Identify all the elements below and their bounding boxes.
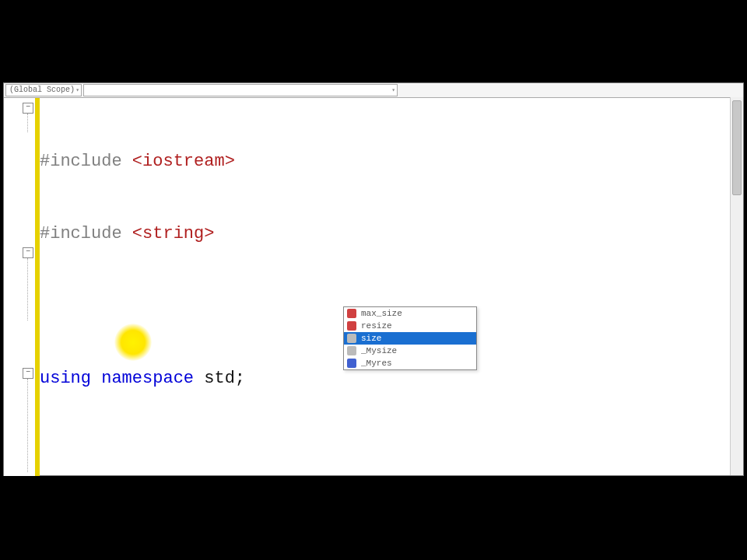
include-target: <iostream>	[132, 149, 235, 173]
code-area[interactable]: #include <iostream> #include <string> us…	[40, 101, 743, 476]
intellisense-item[interactable]: _Myres	[344, 357, 476, 369]
vertical-scrollbar[interactable]	[730, 97, 743, 475]
intellisense-label: _Mysize	[361, 345, 397, 357]
text: std;	[194, 366, 245, 390]
scope-label: (Global Scope)	[9, 86, 75, 94]
preproc: #include	[40, 149, 122, 173]
include-target: <string>	[132, 222, 215, 246]
intellisense-label: max_size	[361, 307, 402, 320]
fold-line	[27, 114, 28, 132]
preproc: #include	[40, 222, 122, 246]
intellisense-label: resize	[361, 320, 392, 332]
intellisense-popup[interactable]: max_size resize size _Mysize _Myres	[343, 306, 477, 370]
method-icon	[347, 309, 356, 318]
fold-toggle[interactable]: −	[23, 103, 33, 114]
fold-toggle[interactable]: −	[23, 247, 33, 258]
method-icon	[347, 321, 356, 331]
intellisense-item[interactable]: _Mysize	[344, 345, 476, 357]
fold-line	[27, 258, 28, 320]
field-icon	[347, 359, 356, 368]
editor-window: (Global Scope) − − − #include <iostream>…	[3, 82, 744, 476]
intellisense-item[interactable]: max_size	[344, 307, 476, 320]
intellisense-label: _Myres	[361, 357, 392, 369]
code-line[interactable]	[40, 439, 743, 463]
code-editor[interactable]: − − − #include <iostream> #include <stri…	[4, 98, 743, 476]
scope-dropdown[interactable]: (Global Scope)	[5, 84, 82, 96]
keyword: namespace	[101, 366, 194, 390]
member-dropdown[interactable]	[83, 84, 398, 96]
intellisense-item-selected[interactable]: size	[344, 332, 476, 345]
method-icon	[347, 334, 356, 343]
code-line[interactable]: #include <iostream>	[40, 149, 743, 173]
gutter	[4, 98, 35, 476]
fold-line	[27, 379, 28, 472]
field-icon	[347, 346, 356, 355]
scrollbar-thumb[interactable]	[732, 100, 742, 195]
intellisense-label: size	[361, 332, 381, 345]
intellisense-item[interactable]: resize	[344, 320, 476, 332]
keyword: using	[40, 366, 91, 390]
scope-bar: (Global Scope)	[4, 83, 743, 98]
code-line[interactable]: #include <string>	[40, 222, 743, 246]
fold-toggle[interactable]: −	[23, 368, 33, 379]
